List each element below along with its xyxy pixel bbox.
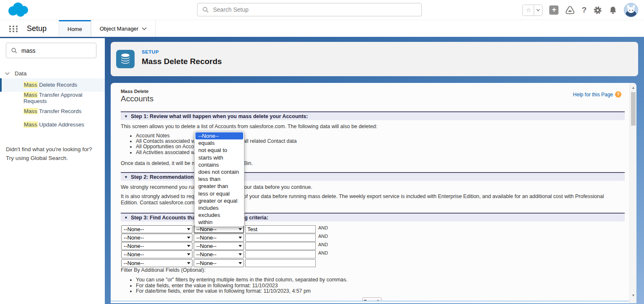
dropdown-option[interactable]: not equal to (195, 147, 243, 154)
dropdown-option[interactable]: excludes (195, 211, 243, 219)
sidebar-group-data[interactable]: Data (5, 68, 27, 78)
sidebar-quick-find[interactable] (6, 43, 96, 58)
select-caret-icon (239, 245, 242, 247)
collapse-triangle-icon: ▼ (124, 114, 128, 119)
search-highlight: Mass (23, 92, 38, 98)
help-badge-icon: ? (615, 91, 621, 98)
dropdown-option[interactable]: does not contain (195, 168, 243, 175)
breadcrumb-setup: SETUP (142, 49, 159, 54)
page-title: Mass Delete Records (142, 57, 222, 66)
scroll-up-icon[interactable]: ▲ (630, 85, 636, 91)
favorites-dropdown-icon[interactable] (534, 5, 542, 15)
search-icon (203, 7, 209, 13)
search-highlight: Mass (23, 82, 38, 88)
select-caret-icon (239, 262, 242, 264)
app-name: Setup (27, 20, 47, 37)
sidebar-item-mass-transfer-approval-requests[interactable]: Mass Transfer Approval Requests (0, 92, 105, 105)
filter-field-select-2[interactable]: --None-- (121, 234, 192, 242)
tab-object-manager[interactable]: Object Manager (91, 20, 156, 37)
filter-additional-note: Filter By Additional Fields (Optional): (121, 267, 205, 273)
dropdown-option[interactable]: --None-- (195, 132, 243, 139)
dropdown-option[interactable]: starts with (195, 154, 243, 161)
filter-field-select-1[interactable]: --None-- (121, 225, 192, 233)
global-search-input[interactable] (213, 6, 406, 13)
help-icon[interactable]: ? (582, 5, 587, 15)
user-avatar[interactable] (624, 3, 638, 17)
sidebar-item-mass-transfer-records[interactable]: Mass Transfer Records (0, 105, 105, 118)
select-caret-icon (239, 253, 242, 255)
tab-home[interactable]: Home (59, 20, 91, 37)
chevron-down-icon (5, 72, 10, 75)
setup-gear-icon[interactable] (593, 6, 602, 15)
sidebar-not-found-text: Didn't find what you're looking for? Try… (6, 145, 92, 162)
content-page-subject: Accounts (121, 94, 153, 103)
dropdown-option[interactable]: greater than (195, 183, 243, 190)
filter-field-select-5[interactable]: --None-- (121, 259, 192, 267)
collapse-triangle-icon: ▼ (124, 216, 128, 220)
filter-value-input-2[interactable] (245, 234, 316, 242)
salesforce-logo (7, 1, 31, 18)
sidebar-item-mass-update-addresses[interactable]: Mass Update Addresses (0, 118, 105, 131)
mass-delete-content: Mass Delete Accounts Help for this Page … (111, 83, 636, 303)
global-actions-icon[interactable]: + (549, 5, 558, 15)
setup-nav-bar: Setup Home Object Manager (0, 20, 644, 37)
filter-value-input-3[interactable] (245, 242, 316, 250)
content-page-type: Mass Delete (121, 89, 148, 94)
filter-operator-select-5[interactable]: --None-- (194, 259, 244, 267)
scroll-down-icon[interactable]: ▼ (630, 292, 636, 299)
filter-operator-select-3[interactable]: --None-- (194, 242, 244, 250)
global-search[interactable] (197, 3, 422, 16)
guidance-center-icon[interactable] (565, 5, 575, 15)
filter-notes-list: You can use "or" filters by entering mul… (136, 277, 348, 294)
step1-header[interactable]: ▼ Step 1: Review what will happen when y… (121, 111, 625, 120)
chevron-down-icon (142, 27, 147, 30)
operator-dropdown-open: --None-- equals not equal to starts with… (194, 131, 244, 227)
notifications-bell-icon[interactable] (609, 6, 617, 15)
dropdown-option[interactable]: greater or equal (195, 197, 243, 204)
search-highlight: Mass (23, 121, 38, 128)
content-scrollbar[interactable]: ▲ ▼ (629, 83, 636, 303)
app-launcher-icon[interactable] (9, 26, 18, 32)
search-highlight: Mass (23, 108, 38, 114)
dropdown-option[interactable]: within (195, 219, 243, 226)
quick-find-input[interactable] (21, 47, 88, 54)
filter-conjunction: AND (318, 225, 328, 230)
dropdown-option[interactable]: equals (195, 139, 243, 147)
select-caret-icon (187, 228, 190, 230)
scrollbar-thumb[interactable] (631, 92, 636, 126)
favorites-star-icon[interactable]: ☆ (523, 5, 534, 15)
page-header-card: SETUP Mass Delete Records (111, 42, 638, 76)
dropdown-option[interactable]: less or equal (195, 190, 243, 197)
filter-conjunction: AND (318, 242, 328, 247)
dropdown-option[interactable]: less than (195, 175, 243, 183)
setup-sidebar: Data Mass Delete Records Mass Transfer A… (0, 38, 105, 304)
sidebar-item-mass-delete-records[interactable]: Mass Delete Records (0, 78, 105, 92)
filter-value-input-4[interactable] (245, 250, 316, 258)
filter-field-select-4[interactable]: --None-- (121, 250, 192, 258)
filter-operator-select-2[interactable]: --None-- (194, 234, 244, 242)
filter-value-input-5[interactable] (245, 259, 316, 267)
select-caret-icon (239, 228, 242, 230)
filter-value-input-1[interactable] (245, 225, 316, 233)
filter-conjunction: AND (318, 234, 328, 239)
filter-field-select-3[interactable]: --None-- (121, 242, 192, 250)
help-for-this-page-link[interactable]: Help for this Page ? (573, 91, 621, 98)
select-caret-icon (187, 245, 190, 247)
dropdown-option[interactable]: contains (195, 161, 243, 168)
select-caret-icon (187, 237, 190, 239)
main-region: Data Mass Delete Records Mass Transfer A… (0, 37, 644, 304)
select-caret-icon (239, 237, 242, 239)
data-records-icon (116, 50, 135, 68)
search-icon (11, 48, 17, 54)
select-caret-icon (187, 253, 190, 255)
global-header: ☆ + ? (0, 0, 644, 20)
step1-intro: This screen allows you to delete a list … (121, 124, 377, 129)
dropdown-option[interactable]: includes (195, 204, 243, 211)
filter-conjunction: AND (318, 250, 328, 255)
filter-operator-select-4[interactable]: --None-- (194, 250, 244, 258)
select-caret-icon (187, 262, 190, 264)
collapse-triangle-icon: ▼ (124, 175, 128, 179)
favorites-control: ☆ (522, 5, 543, 16)
